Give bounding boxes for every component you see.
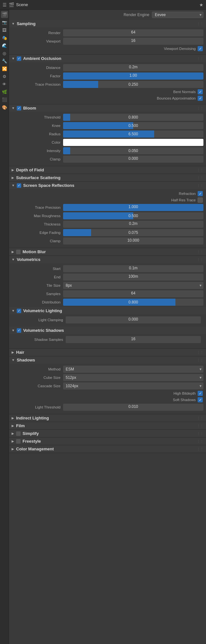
ssr-clamp-label: Clamp bbox=[12, 239, 63, 243]
high-bitdepth-row: High Bitdepth ✓ bbox=[12, 391, 203, 396]
ao-factor-input[interactable]: 1.00 bbox=[63, 72, 203, 80]
bloom-clamp-input[interactable]: 0.000 bbox=[63, 156, 203, 163]
volumetrics-header[interactable]: ▼ Volumetrics ⋮⋮ bbox=[9, 256, 206, 263]
shadows-method-label: Method bbox=[12, 367, 63, 371]
sidebar-icon-shading[interactable]: 🎨 bbox=[1, 104, 8, 111]
ssr-header[interactable]: ▼ ✓ Screen Space Reflections ⋮⋮ bbox=[9, 182, 206, 189]
bloom-color-input[interactable] bbox=[63, 139, 203, 146]
shadow-samples-row: Shadow Samples 16 bbox=[14, 336, 201, 343]
vol-shadows-checkbox[interactable]: ✓ bbox=[17, 328, 21, 333]
sidebar-icon-view-layer[interactable]: 🖼 bbox=[1, 26, 8, 34]
bloom-knee-slider[interactable]: 0.500 bbox=[63, 122, 203, 129]
bent-normals-check-icon: ✓ bbox=[199, 90, 202, 94]
vol-dist-value: 0.800 bbox=[63, 299, 203, 306]
viewport-value: 16 bbox=[63, 38, 203, 45]
soft-shadows-checkbox[interactable]: ✓ bbox=[198, 397, 203, 402]
bounces-approx-row: Bounces Approximation ✓ bbox=[12, 96, 203, 101]
vol-shadows-fields: Shadow Samples 16 bbox=[12, 334, 203, 346]
refraction-checkbox[interactable]: ✓ bbox=[198, 191, 203, 196]
bloom-clamp-label: Clamp bbox=[12, 157, 63, 161]
ssr-thickness-input[interactable]: 0.2m bbox=[63, 221, 203, 228]
sampling-dots: ⋮⋮ bbox=[197, 22, 203, 25]
freestyle-header[interactable]: ▶ Freestyle ⋮⋮ bbox=[9, 437, 206, 445]
bloom-checkbox[interactable]: ✓ bbox=[17, 106, 21, 111]
bloom-threshold-label: Threshold bbox=[12, 115, 63, 119]
vol-lighting-checkbox[interactable]: ✓ bbox=[17, 309, 21, 313]
bloom-clamp-value: 0.000 bbox=[63, 156, 203, 163]
hair-header[interactable]: ▶ Hair ⋮⋮ bbox=[9, 349, 206, 356]
ao-trace-slider[interactable]: 0.250 bbox=[63, 81, 203, 88]
vol-start-input[interactable]: 0.1m bbox=[63, 265, 203, 272]
sidebar-icon-material[interactable]: ⬛ bbox=[1, 96, 8, 103]
sidebar-icon-constraints[interactable]: 👁 bbox=[1, 81, 8, 88]
vol-samples-input[interactable]: 64 bbox=[63, 290, 203, 297]
color-management-header[interactable]: ▶ Color Management ⋮⋮ bbox=[9, 445, 206, 453]
viewport-input[interactable]: 16 bbox=[63, 38, 203, 45]
vol-start-label: Start bbox=[12, 267, 63, 271]
high-bitdepth-checkbox[interactable]: ✓ bbox=[198, 391, 203, 396]
sampling-toggle-icon: ▼ bbox=[12, 22, 15, 25]
ssr-roughness-slider[interactable]: 0.500 bbox=[63, 212, 203, 219]
sidebar-icon-world[interactable]: 🌊 bbox=[1, 42, 8, 49]
bloom-threshold-slider[interactable]: 0.800 bbox=[63, 114, 203, 121]
bloom-header[interactable]: ▼ ✓ Bloom ⋮⋮ bbox=[9, 104, 206, 112]
vol-shadows-title: Volumetric Shadows bbox=[23, 328, 64, 333]
film-header[interactable]: ▶ Film ⋮⋮ bbox=[9, 422, 206, 429]
viewport-label: Viewport bbox=[12, 39, 63, 43]
ssr-checkbox[interactable]: ✓ bbox=[17, 183, 21, 188]
sidebar-icon-data[interactable]: 🌿 bbox=[1, 88, 8, 95]
motion-blur-header[interactable]: ▶ Motion Blur ⋮⋮ bbox=[9, 248, 206, 255]
sidebar-icon-particles[interactable]: 🔀 bbox=[1, 65, 8, 72]
subsurface-header[interactable]: ▶ Subsurface Scattering ⋮⋮ bbox=[9, 174, 206, 181]
cube-size-select[interactable]: 64px 128px 256px 512px 1024px bbox=[63, 374, 203, 381]
bounces-approx-label: Bounces Approximation bbox=[157, 96, 196, 100]
shadow-samples-input[interactable]: 16 bbox=[66, 336, 201, 343]
ssr-thickness-label: Thickness bbox=[12, 222, 63, 226]
ssr-trace-input[interactable]: 1.000 bbox=[63, 204, 203, 211]
ambient-occlusion-checkbox[interactable]: ✓ bbox=[17, 56, 21, 61]
sss-title: Subsurface Scattering bbox=[16, 175, 61, 180]
sampling-header[interactable]: ▼ Sampling ⋮⋮ bbox=[9, 20, 206, 27]
sidebar-icon-object[interactable]: ◎ bbox=[1, 50, 8, 57]
ambient-occlusion-header[interactable]: ▼ ✓ Ambient Occlusion ⋮⋮ bbox=[9, 55, 206, 62]
sidebar-icon-output[interactable]: 📷 bbox=[1, 19, 8, 26]
bloom-radius-text: 6.500 bbox=[63, 132, 203, 136]
vol-tile-select[interactable]: 2px 4px 8px 16px bbox=[63, 282, 203, 289]
star-icon[interactable]: ★ bbox=[199, 2, 203, 7]
sidebar-icon-modifier[interactable]: 🔧 bbox=[1, 57, 8, 64]
hair-dots: ⋮⋮ bbox=[197, 351, 203, 354]
cascade-size-select[interactable]: 512px 1024px 2048px bbox=[63, 382, 203, 389]
bent-normals-checkbox[interactable]: ✓ bbox=[198, 89, 203, 94]
half-res-checkbox[interactable] bbox=[198, 197, 203, 203]
vol-dist-slider[interactable]: 0.800 bbox=[63, 299, 203, 306]
shadows-header[interactable]: ▼ Shadows ⋮⋮ bbox=[9, 356, 206, 364]
simplify-disabled-sq bbox=[16, 431, 21, 436]
indirect-lighting-header[interactable]: ▶ Indirect Lighting ⋮⋮ bbox=[9, 414, 206, 422]
bloom-radius-label: Radius bbox=[12, 132, 63, 136]
vol-shadows-header[interactable]: ▼ ✓ Volumetric Shadows bbox=[9, 327, 206, 334]
light-clamping-input[interactable]: 0.000 bbox=[66, 316, 201, 323]
vol-end-input[interactable]: 100m bbox=[63, 274, 203, 281]
ssr-clamp-input[interactable]: 10.000 bbox=[63, 237, 203, 245]
simplify-section: ▶ Simplify ⋮⋮ bbox=[9, 430, 206, 437]
shadows-method-select[interactable]: ESM VSM bbox=[63, 366, 203, 373]
ao-distance-input[interactable]: 0.2m bbox=[63, 64, 203, 71]
light-threshold-input[interactable]: 0.010 bbox=[63, 404, 203, 411]
bloom-intensity-slider[interactable]: 0.050 bbox=[63, 147, 203, 154]
simplify-header[interactable]: ▶ Simplify ⋮⋮ bbox=[9, 430, 206, 437]
vol-lighting-header[interactable]: ▼ ✓ Volumetric Lighting bbox=[9, 307, 206, 314]
bloom-radius-row: Radius 6.500 bbox=[12, 130, 203, 138]
viewport-denoising-checkbox[interactable]: ✓ bbox=[198, 46, 203, 51]
sidebar-icon-scene[interactable]: 🎭 bbox=[1, 34, 8, 41]
bounces-approx-checkbox[interactable]: ✓ bbox=[198, 96, 203, 101]
menu-icon[interactable]: ☰ bbox=[3, 2, 7, 7]
bloom-radius-slider[interactable]: 6.500 bbox=[63, 130, 203, 138]
bent-normals-label: Bent Normals bbox=[173, 90, 196, 94]
sidebar-icon-physics[interactable]: ⚙ bbox=[1, 73, 8, 80]
ssr-edge-fading-slider[interactable]: 0.075 bbox=[63, 229, 203, 236]
depth-of-field-header[interactable]: ▶ Depth of Field ⋮⋮ bbox=[9, 166, 206, 174]
ssr-edge-fading-value: 0.075 bbox=[63, 229, 203, 236]
render-input[interactable]: 64 bbox=[63, 29, 203, 36]
sidebar-icon-render[interactable]: 🎬 bbox=[1, 11, 8, 18]
render-engine-select[interactable]: Eevee Cycles Workbench bbox=[152, 12, 203, 18]
